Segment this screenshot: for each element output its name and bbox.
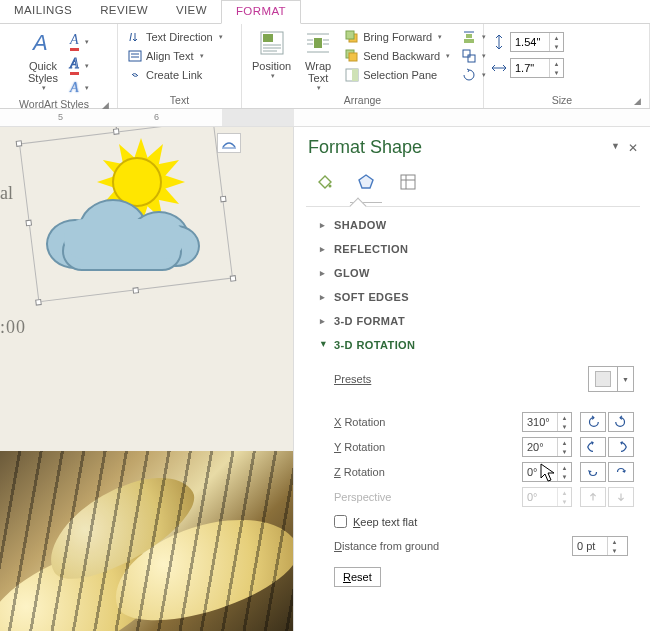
presets-dropdown[interactable]: ▼: [618, 366, 634, 392]
section-3d-format[interactable]: ▸3-D FORMAT: [308, 309, 638, 333]
resize-handle-se[interactable]: [230, 275, 237, 282]
svg-rect-25: [464, 39, 474, 43]
y-rotation-input[interactable]: ▲▼: [522, 437, 572, 457]
resize-handle-w[interactable]: [25, 220, 32, 227]
y-rot-right-button[interactable]: [608, 437, 634, 457]
wordart-fill-button[interactable]: A▾: [66, 30, 93, 53]
text-effects-icon: A: [70, 80, 79, 96]
tab-format[interactable]: FORMAT: [221, 0, 301, 24]
align-text-button[interactable]: Align Text▾: [124, 47, 227, 65]
reset-button[interactable]: Reset: [334, 567, 381, 587]
shape-width-input[interactable]: ▲▼: [510, 58, 564, 78]
svg-rect-24: [466, 34, 472, 38]
section-soft-edges-label: SOFT EDGES: [334, 291, 409, 303]
align-icon: [462, 30, 476, 44]
section-shadow-label: SHADOW: [334, 219, 387, 231]
resize-handle-nw[interactable]: [16, 140, 23, 147]
z-rot-up[interactable]: ▲: [558, 463, 571, 472]
ribbon-tabs: MAILINGS REVIEW VIEW FORMAT: [0, 0, 650, 24]
resize-handle-s[interactable]: [132, 287, 139, 294]
selection-pane-button[interactable]: Selection Pane: [341, 66, 454, 84]
section-glow[interactable]: ▸GLOW: [308, 261, 638, 285]
perspective-wide-button: [608, 487, 634, 507]
y-rot-down[interactable]: ▼: [558, 447, 571, 456]
document-image: [0, 451, 294, 631]
send-backward-label: Send Backward: [363, 50, 440, 62]
wrap-text-label: Wrap Text: [305, 60, 331, 84]
svg-rect-22: [352, 69, 358, 81]
doc-text-fragment-1: al: [0, 183, 13, 204]
distance-input[interactable]: ▲▼: [572, 536, 628, 556]
tab-mailings[interactable]: MAILINGS: [0, 0, 86, 23]
distance-label: Distance from ground: [334, 540, 572, 552]
text-direction-button[interactable]: I Text Direction▾: [124, 28, 227, 46]
main-area: al :00: [0, 127, 650, 631]
dist-down[interactable]: ▼: [608, 546, 621, 555]
z-rot-cw-button[interactable]: [608, 462, 634, 482]
tab-view[interactable]: VIEW: [162, 0, 221, 23]
keep-text-flat-checkbox[interactable]: Keep text flat: [334, 515, 634, 528]
section-reflection[interactable]: ▸REFLECTION: [308, 237, 638, 261]
svg-rect-10: [314, 38, 322, 48]
tab-review[interactable]: REVIEW: [86, 0, 162, 23]
paint-bucket-icon: [314, 172, 334, 192]
dist-up[interactable]: ▲: [608, 537, 621, 546]
position-button[interactable]: Position▾: [248, 26, 295, 82]
y-rot-up[interactable]: ▲: [558, 438, 571, 447]
section-shadow[interactable]: ▸SHADOW: [308, 213, 638, 237]
z-rotation-input[interactable]: ▲▼: [522, 462, 572, 482]
svg-rect-6: [263, 34, 273, 42]
x-rotation-input[interactable]: ▲▼: [522, 412, 572, 432]
bring-forward-label: Bring Forward: [363, 31, 432, 43]
resize-handle-e[interactable]: [220, 196, 227, 203]
svg-rect-20: [349, 53, 357, 61]
wordart-outline-button[interactable]: A▾: [66, 54, 93, 77]
x-rot-left-button[interactable]: [580, 412, 606, 432]
resize-handle-sw[interactable]: [35, 299, 42, 306]
width-down[interactable]: ▼: [550, 68, 563, 77]
width-up[interactable]: ▲: [550, 59, 563, 68]
resize-handle-n[interactable]: [113, 128, 120, 135]
selection-pane-icon: [345, 68, 359, 82]
z-rot-down[interactable]: ▼: [558, 472, 571, 481]
x-rot-right-button[interactable]: [608, 412, 634, 432]
pane-close-button[interactable]: ✕: [628, 141, 638, 155]
shape-selection[interactable]: [19, 127, 233, 302]
bring-forward-button[interactable]: Bring Forward▾: [341, 28, 454, 46]
ruler-mark-6: 6: [154, 112, 159, 122]
section-soft-edges[interactable]: ▸SOFT EDGES: [308, 285, 638, 309]
quick-styles-button[interactable]: A Quick Styles▾: [24, 26, 62, 94]
pane-tab-size[interactable]: [396, 170, 420, 194]
create-link-button[interactable]: Create Link: [124, 66, 227, 84]
selection-pane-label: Selection Pane: [363, 69, 437, 81]
wordart-effects-button[interactable]: A▾: [66, 78, 93, 98]
size-dialog-launcher[interactable]: ◢: [634, 96, 643, 108]
pane-tab-effects[interactable]: [354, 170, 378, 194]
x-rot-up[interactable]: ▲: [558, 413, 571, 422]
pane-options-button[interactable]: ▼: [611, 141, 620, 155]
position-label: Position: [252, 60, 291, 72]
pane-tab-fill[interactable]: [312, 170, 336, 194]
presets-preview[interactable]: [588, 366, 618, 392]
shape-height-input[interactable]: ▲▼: [510, 32, 564, 52]
z-rot-ccw-button[interactable]: [580, 462, 606, 482]
perspective-narrow-button: [580, 487, 606, 507]
z-rotation-label: Z Rotation: [334, 466, 522, 478]
format-shape-pane: Format Shape ▼ ✕ ▸SHADOW ▸REFLECTION ▸GL…: [294, 127, 650, 631]
height-up[interactable]: ▲: [550, 33, 563, 42]
y-rot-left-button[interactable]: [580, 437, 606, 457]
horizontal-ruler[interactable]: 5 6: [0, 109, 650, 127]
svg-rect-2: [129, 51, 141, 61]
height-down[interactable]: ▼: [550, 42, 563, 51]
ribbon: A Quick Styles▾ A▾ A▾ A▾ WordArt Styles …: [0, 24, 650, 109]
group-label-size: Size: [490, 94, 634, 108]
send-backward-button[interactable]: Send Backward▾: [341, 47, 454, 65]
section-3d-rotation-body: Presets ▼ X Rotation ▲▼ Y Rotation ▲▼ Z …: [308, 357, 638, 591]
document-canvas[interactable]: al :00: [0, 127, 294, 631]
x-rot-down[interactable]: ▼: [558, 422, 571, 431]
layout-options-button[interactable]: [217, 133, 241, 153]
y-rotation-label: Y Rotation: [334, 441, 522, 453]
wrap-text-button[interactable]: Wrap Text▾: [299, 26, 337, 94]
section-3d-rotation[interactable]: ▸3-D ROTATION: [308, 333, 638, 357]
text-outline-icon: A: [70, 56, 79, 75]
